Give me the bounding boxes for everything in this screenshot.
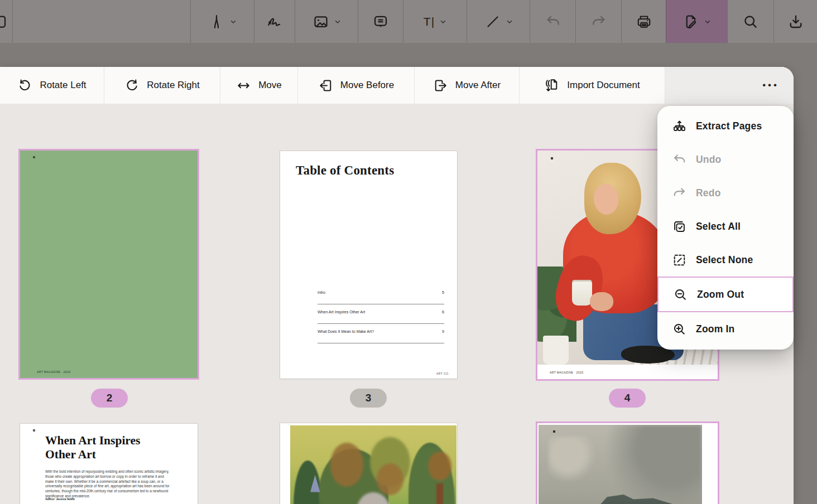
text-tool-icon: T| <box>424 15 435 28</box>
page-corner-mark <box>33 429 35 432</box>
pen-nib-icon <box>208 13 225 30</box>
menu-item-zoom-in[interactable]: Zoom In <box>657 312 794 346</box>
chevron-down-icon <box>334 18 341 25</box>
select-none-icon <box>671 253 687 268</box>
import-document-button[interactable]: Import Document <box>519 67 665 104</box>
rotate-right-icon <box>124 78 140 93</box>
import-document-label: Import Document <box>567 80 640 91</box>
page4-footer-text: ART MAGAZINE · 2023 <box>550 371 584 374</box>
page-badge-2[interactable]: 2 <box>91 389 128 408</box>
move-before-label: Move Before <box>340 80 394 91</box>
rotate-left-icon <box>17 78 32 93</box>
article-author: Author: Jessica Smith <box>45 497 75 501</box>
toc-entry-page: 5 <box>442 290 444 294</box>
thumbnail-page-5[interactable]: When Art Inspires Other Art With the bol… <box>20 424 198 504</box>
toc-entry-label: Intro <box>318 290 325 294</box>
print-button[interactable] <box>621 0 666 43</box>
menu-label: Zoom Out <box>697 289 744 301</box>
menu-item-extract-pages[interactable]: Extract Pages <box>657 110 794 143</box>
print-icon <box>636 13 652 30</box>
chevron-down-icon <box>440 18 446 25</box>
thumbnail-page-7[interactable] <box>536 421 719 504</box>
download-button[interactable] <box>773 0 817 43</box>
rotate-right-label: Rotate Right <box>147 80 200 91</box>
toc-title: Table of Contents <box>296 163 394 178</box>
more-options-button[interactable]: ••• <box>757 76 785 94</box>
thumbnail-page-6[interactable] <box>280 423 457 504</box>
search-button[interactable] <box>727 0 773 43</box>
undo-button[interactable] <box>530 0 575 43</box>
top-toolbar: T| <box>0 0 817 43</box>
menu-label: Undo <box>696 154 722 166</box>
download-icon <box>787 13 804 30</box>
zoom-in-icon <box>671 322 687 337</box>
move-before-icon <box>318 78 333 93</box>
redo-button[interactable] <box>575 0 621 43</box>
plant-pot <box>543 336 569 365</box>
pdf-editor-window: T| Rotate <box>0 0 817 504</box>
painting-garden-landscape <box>290 425 456 504</box>
page2-footer-text: ART MAGAZINE · 2023 <box>37 370 71 374</box>
toc-list: Intro 5 When Art Inspires Other Art 6 Wh… <box>318 290 444 349</box>
undo-icon <box>545 13 561 30</box>
line-tool-button[interactable] <box>467 0 530 43</box>
toc-entry-page: 6 <box>442 310 444 314</box>
move-before-button[interactable]: Move Before <box>297 67 414 104</box>
page4-footer: ART MAGAZINE · 2023 <box>537 365 718 379</box>
text-tool-button[interactable]: T| <box>403 0 467 43</box>
menu-label: Select All <box>696 221 741 232</box>
move-horizontal-icon <box>236 78 251 93</box>
menu-label: Select None <box>696 254 753 266</box>
menu-label: Redo <box>696 187 721 199</box>
move-after-label: Move After <box>455 80 501 91</box>
chevron-down-icon <box>704 18 711 25</box>
image-icon <box>313 13 329 30</box>
image-tool-button[interactable] <box>295 0 358 43</box>
extract-pages-icon <box>671 119 687 134</box>
hand <box>590 292 613 311</box>
page-badge-3[interactable]: 3 <box>350 389 387 408</box>
move-label: Move <box>258 80 282 91</box>
comment-tool-button[interactable] <box>358 0 403 43</box>
toolbar-right-section: ••• <box>665 67 794 104</box>
menu-item-select-none[interactable]: Select None <box>657 243 794 277</box>
move-after-button[interactable]: Move After <box>414 67 519 104</box>
thumbnail-page-2[interactable]: ART MAGAZINE · 2023 <box>18 149 199 380</box>
rotate-left-label: Rotate Left <box>40 80 86 91</box>
toc-entry: When Art Inspires Other Art 6 <box>318 310 444 324</box>
menu-item-redo[interactable]: Redo <box>657 177 794 210</box>
import-document-icon <box>544 77 560 93</box>
toc-entry: What Does It Mean to Make Art? 9 <box>318 329 444 343</box>
page-corner-mark <box>551 157 553 159</box>
page-corner-mark <box>33 156 35 158</box>
search-icon <box>742 13 759 30</box>
move-after-icon <box>433 78 448 93</box>
signature-icon <box>266 13 283 31</box>
edit-document-icon <box>683 13 699 30</box>
thumbnail-page-3[interactable]: Table of Contents Intro 5 When Art Inspi… <box>280 151 457 379</box>
signature-tool-button[interactable] <box>254 0 295 43</box>
toc-entry-label: What Does It Mean to Make Art? <box>318 329 374 333</box>
sidebar-toggle-button[interactable] <box>0 0 12 43</box>
menu-item-select-all[interactable]: Select All <box>657 210 794 244</box>
menu-item-zoom-out[interactable]: Zoom Out <box>657 277 794 312</box>
select-all-icon <box>671 219 687 234</box>
page-badge-4[interactable]: 4 <box>609 389 646 408</box>
toc-entry: Intro 5 <box>318 290 444 304</box>
edit-document-button[interactable] <box>666 0 727 43</box>
rotate-right-button[interactable]: Rotate Right <box>104 67 220 104</box>
menu-label: Extract Pages <box>696 120 762 132</box>
mug <box>572 280 592 306</box>
page-corner-mark <box>553 430 555 433</box>
menu-item-undo[interactable]: Undo <box>657 143 794 177</box>
chevron-down-icon <box>506 18 513 25</box>
toolbar-spacer <box>12 0 190 43</box>
rotate-left-button[interactable]: Rotate Left <box>0 67 104 104</box>
move-button[interactable]: Move <box>220 67 297 104</box>
article-title: When Art Inspires Other Art <box>45 434 140 462</box>
toc-entry-page: 9 <box>442 329 444 333</box>
sidebar-icon <box>0 13 7 30</box>
chevron-down-icon <box>230 18 237 25</box>
article-body: With the bold intention of repurposing e… <box>45 469 172 499</box>
pen-tool-button[interactable] <box>190 0 254 43</box>
